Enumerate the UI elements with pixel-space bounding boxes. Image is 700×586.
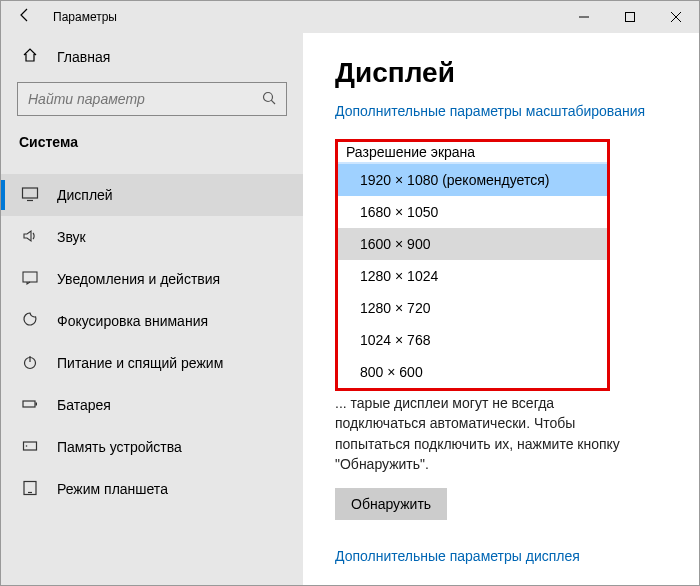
resolution-dropdown-box: Разрешение экрана 1920 × 1080 (рекоменду…	[335, 139, 610, 391]
sidebar-item-notifications[interactable]: Уведомления и действия	[1, 258, 303, 300]
resolution-dropdown-list[interactable]: 1920 × 1080 (рекомендуется) 1680 × 1050 …	[338, 162, 607, 388]
sidebar-item-label: Питание и спящий режим	[57, 355, 223, 371]
resolution-label: Разрешение экрана	[338, 142, 607, 162]
power-icon	[21, 353, 39, 374]
resolution-option[interactable]: 800 × 600	[338, 356, 607, 388]
svg-line-5	[271, 100, 275, 104]
sidebar-item-label: Память устройства	[57, 439, 182, 455]
maximize-button[interactable]	[607, 1, 653, 33]
resolution-option[interactable]: 1280 × 720	[338, 292, 607, 324]
page-title: Дисплей	[335, 57, 667, 89]
sidebar-item-label: Фокусировка внимания	[57, 313, 208, 329]
sidebar-item-tablet[interactable]: Режим планшета	[1, 468, 303, 510]
tablet-icon	[21, 479, 39, 500]
display-icon	[21, 185, 39, 206]
search-box[interactable]	[17, 82, 287, 116]
home-nav[interactable]: Главная	[1, 37, 303, 76]
sidebar-item-focus[interactable]: Фокусировка внимания	[1, 300, 303, 342]
sidebar-item-battery[interactable]: Батарея	[1, 384, 303, 426]
sidebar-item-label: Режим планшета	[57, 481, 168, 497]
svg-point-14	[26, 445, 28, 447]
sidebar-item-display[interactable]: Дисплей	[1, 174, 303, 216]
minimize-button[interactable]	[561, 1, 607, 33]
advanced-display-link[interactable]: Дополнительные параметры дисплея	[335, 548, 667, 564]
resolution-option[interactable]: 1920 × 1080 (рекомендуется)	[338, 164, 607, 196]
detect-button[interactable]: Обнаружить	[335, 488, 447, 520]
svg-rect-6	[23, 188, 38, 198]
resolution-option[interactable]: 1024 × 768	[338, 324, 607, 356]
window-controls	[561, 1, 699, 33]
resolution-option[interactable]: 1680 × 1050	[338, 196, 607, 228]
sound-icon	[21, 227, 39, 248]
detect-description: ... тарые дисплеи могут не всегда подклю…	[335, 391, 667, 474]
svg-rect-1	[626, 13, 635, 22]
svg-rect-13	[24, 442, 37, 450]
close-button[interactable]	[653, 1, 699, 33]
storage-icon	[21, 437, 39, 458]
titlebar: Параметры	[1, 1, 699, 33]
content-pane: Дисплей Дополнительные параметры масштаб…	[303, 33, 699, 585]
resolution-option[interactable]: 1600 × 900	[338, 228, 607, 260]
svg-rect-8	[23, 272, 37, 282]
category-label: Система	[1, 130, 303, 174]
sidebar-item-label: Батарея	[57, 397, 111, 413]
home-label: Главная	[57, 49, 110, 65]
sidebar-item-label: Звук	[57, 229, 86, 245]
notifications-icon	[21, 269, 39, 290]
scaling-link[interactable]: Дополнительные параметры масштабирования	[335, 103, 667, 119]
sidebar-item-sound[interactable]: Звук	[1, 216, 303, 258]
svg-rect-11	[23, 401, 35, 407]
window-title: Параметры	[49, 10, 561, 24]
svg-point-4	[264, 92, 273, 101]
battery-icon	[21, 395, 39, 416]
search-input[interactable]	[28, 91, 262, 107]
sidebar-item-label: Дисплей	[57, 187, 113, 203]
home-icon	[21, 47, 39, 66]
back-button[interactable]	[1, 7, 49, 27]
sidebar-item-storage[interactable]: Память устройства	[1, 426, 303, 468]
focus-icon	[21, 311, 39, 332]
sidebar-item-power[interactable]: Питание и спящий режим	[1, 342, 303, 384]
resolution-option[interactable]: 1280 × 1024	[338, 260, 607, 292]
sidebar-item-label: Уведомления и действия	[57, 271, 220, 287]
svg-rect-12	[36, 402, 38, 405]
sidebar: Главная Система Дисплей Звук Уведомлен	[1, 33, 303, 585]
search-icon	[262, 91, 276, 108]
